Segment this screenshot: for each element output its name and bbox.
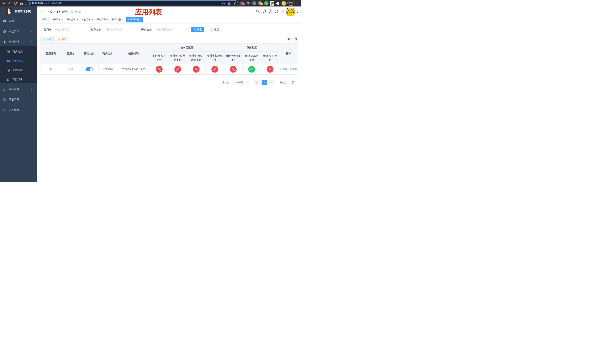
svg-text:⌘: ⌘ (253, 2, 256, 5)
svg-text:¥: ¥ (8, 69, 9, 71)
svg-text:y: y (266, 2, 267, 5)
